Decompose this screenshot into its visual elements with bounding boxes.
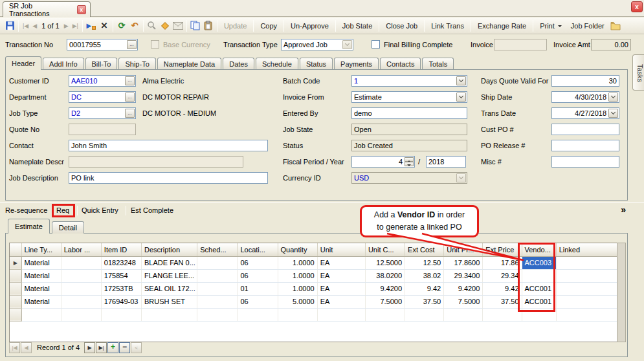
cell-linked[interactable] <box>556 256 620 269</box>
col-line-type[interactable]: Line Ty... <box>21 243 61 256</box>
customer-id-lookup-icon[interactable]: ... <box>125 76 135 85</box>
cell-line-type[interactable]: Material <box>21 256 61 269</box>
col-ext-cost[interactable]: Ext Cost <box>405 243 444 256</box>
cell-quantity[interactable]: 5.0000 <box>278 295 317 308</box>
tab-close-icon[interactable]: x <box>77 5 86 14</box>
col-labor[interactable]: Labor ... <box>61 243 101 256</box>
delete-row-button[interactable]: − <box>119 342 130 353</box>
batch-code-combo[interactable]: 1 <box>351 75 467 87</box>
fiscal-period-spinner[interactable] <box>405 157 414 166</box>
nav-first-button[interactable]: |◀ <box>9 342 20 353</box>
cell-linked[interactable] <box>556 295 620 308</box>
cell-item-id[interactable]: 175854 <box>101 269 141 282</box>
cust-po-field[interactable] <box>551 124 619 135</box>
contact-field[interactable]: John Smith <box>69 140 268 151</box>
job-type-field[interactable]: D2 ... <box>69 107 136 119</box>
transaction-no-field[interactable]: 00017955 ... <box>67 39 138 50</box>
update-button[interactable]: Update <box>219 19 251 32</box>
trans-date-dropdown-icon[interactable] <box>608 109 618 118</box>
ship-date-dropdown-icon[interactable] <box>608 93 618 102</box>
window-close-button[interactable]: x <box>631 1 643 12</box>
close-job-button[interactable]: Close Job <box>381 19 422 32</box>
spinner-up-icon[interactable] <box>405 157 414 162</box>
refresh-button[interactable]: ⟳ <box>115 19 128 32</box>
cell-location[interactable]: 06 <box>238 256 278 269</box>
col-quantity[interactable]: Quantity <box>278 243 317 256</box>
grid-vertical-scrollbar[interactable] <box>617 243 626 342</box>
cell-unit-price[interactable]: 7.5000 <box>444 295 483 308</box>
department-field[interactable]: DC ... <box>69 91 136 103</box>
tab-contacts[interactable]: Contacts <box>380 58 421 70</box>
cell-sched[interactable] <box>197 295 238 308</box>
cell-linked[interactable] <box>556 282 620 295</box>
col-item-id[interactable]: Item ID <box>101 243 141 256</box>
transaction-type-combo[interactable]: Approved Job <box>281 39 353 50</box>
cell-location[interactable]: 06 <box>238 269 278 282</box>
final-billing-checkbox[interactable] <box>372 40 380 49</box>
cell-ext-price[interactable]: 37.50 <box>483 295 522 308</box>
cell-ext-price[interactable]: 29.34 <box>483 269 522 282</box>
subtab-detail[interactable]: Detail <box>52 221 84 234</box>
cell-unit-cost[interactable]: 12.5000 <box>365 256 405 269</box>
preview-button[interactable] <box>146 19 159 32</box>
undo-button[interactable]: ↶ <box>128 19 141 32</box>
cell-labor[interactable] <box>61 295 101 308</box>
cell-quantity[interactable]: 1.0000 <box>278 256 317 269</box>
cell-sched[interactable] <box>197 282 238 295</box>
save-icon[interactable] <box>3 19 16 32</box>
tab-nameplate-data[interactable]: Nameplate Data <box>157 58 222 70</box>
col-unit-cost[interactable]: Unit C... <box>365 243 405 256</box>
cell-unit-price[interactable]: 9.4200 <box>444 282 483 295</box>
job-folder-icon-button[interactable] <box>609 19 622 32</box>
link-trans-button[interactable]: Link Trans <box>427 19 469 32</box>
document-tab[interactable]: SR Job Transactions x <box>3 1 91 17</box>
tab-addl-info[interactable]: Addl Info <box>43 58 83 70</box>
add-row-button[interactable]: + <box>107 342 118 353</box>
ship-date-field[interactable]: 4/30/2018 <box>551 91 619 103</box>
po-release-field[interactable] <box>551 140 619 151</box>
cell-unit-price[interactable]: 29.3400 <box>444 269 483 282</box>
quick-entry-button[interactable]: Quick Entry <box>82 205 118 216</box>
run-process-button[interactable]: ▶ <box>85 19 98 32</box>
cell-description[interactable]: BRUSH SET <box>142 295 197 308</box>
misc-field[interactable] <box>551 156 619 168</box>
email-button[interactable] <box>172 19 184 32</box>
cell-ext-price[interactable]: 9.42 <box>483 282 522 295</box>
tab-ship-to[interactable]: Ship-To <box>118 58 155 70</box>
cell-item-id[interactable]: 17253TB <box>101 282 141 295</box>
nameplate-descr-field[interactable] <box>69 156 243 168</box>
fiscal-year-field[interactable]: 2018 <box>426 156 466 168</box>
job-type-lookup-icon[interactable]: ... <box>125 109 135 118</box>
delete-button[interactable]: ✕ <box>98 19 111 32</box>
scroll-left-button[interactable]: < <box>131 342 142 353</box>
previous-record-button[interactable]: ◀ <box>30 23 39 29</box>
copy-record-button[interactable] <box>189 19 202 32</box>
cell-ext-cost[interactable]: 38.02 <box>405 269 444 282</box>
cell-line-type[interactable]: Material <box>21 269 61 282</box>
paste-button[interactable] <box>202 19 215 32</box>
cell-item-id[interactable]: 01823248 <box>101 256 141 269</box>
cell-unit-cost[interactable]: 7.5000 <box>365 295 405 308</box>
department-lookup-icon[interactable]: ... <box>125 93 135 102</box>
col-location[interactable]: Locati... <box>238 243 278 256</box>
col-ext-price[interactable]: Ext Price <box>483 243 522 256</box>
base-currency-checkbox[interactable] <box>151 40 159 49</box>
col-unit-price[interactable]: Unit Pr... <box>444 243 483 256</box>
tab-header[interactable]: Header <box>5 56 41 70</box>
batch-code-dropdown-icon[interactable] <box>456 76 466 85</box>
print-button[interactable]: Print <box>535 19 566 32</box>
expand-chevron-icon[interactable]: » <box>621 204 626 215</box>
tab-bill-to[interactable]: Bill-To <box>85 58 118 70</box>
cell-description[interactable]: BLADE FAN 0... <box>142 256 197 269</box>
cell-unit[interactable]: EA <box>317 282 365 295</box>
cell-unit[interactable]: EA <box>317 269 365 282</box>
cell-labor[interactable] <box>61 256 101 269</box>
cell-location[interactable]: 01 <box>238 282 278 295</box>
tab-schedule[interactable]: Schedule <box>256 58 298 70</box>
col-unit[interactable]: Unit <box>317 243 365 256</box>
fiscal-period-field[interactable]: 4 <box>351 156 415 168</box>
col-sched[interactable]: Sched... <box>197 243 238 256</box>
nav-last-button[interactable]: ▶| <box>96 342 107 353</box>
nav-prev-button[interactable]: ◀ <box>21 342 32 353</box>
days-quote-field[interactable]: 30 <box>551 75 619 87</box>
